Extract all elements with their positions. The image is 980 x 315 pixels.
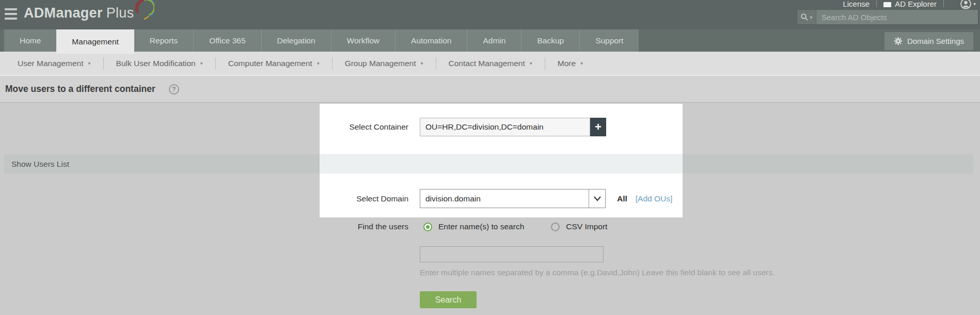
chevron-down-icon: [589, 190, 605, 208]
radio-csv-import[interactable]: [551, 223, 560, 231]
tab-automation[interactable]: Automation: [395, 29, 467, 52]
domain-settings-button[interactable]: Domain Settings: [884, 32, 973, 50]
help-icon[interactable]: ?: [169, 84, 179, 94]
logo-swoosh-icon: [132, 0, 154, 21]
ad-objects-search: ▾: [797, 9, 978, 25]
chevron-down-icon: ▾: [810, 14, 812, 20]
divider: [876, 0, 877, 7]
tab-delegation[interactable]: Delegation: [261, 29, 331, 52]
window-icon: [883, 2, 891, 7]
select-domain-label: Select Domain: [320, 194, 408, 203]
chevron-down-icon: ▾: [580, 60, 583, 66]
tab-admin[interactable]: Admin: [467, 29, 521, 52]
plus-icon: +: [595, 120, 602, 134]
domain-select-value: division.domain: [420, 190, 589, 208]
tab-office-365[interactable]: Office 365: [193, 29, 261, 52]
page-title: Move users to a different container: [5, 84, 155, 94]
subnav-contact-management[interactable]: Contact Management▾: [436, 59, 545, 68]
chevron-down-icon: ▾: [200, 60, 203, 66]
tab-management[interactable]: Management: [56, 29, 134, 54]
domain-settings-label: Domain Settings: [907, 37, 964, 45]
chevron-down-icon: ▾: [973, 1, 976, 7]
main-nav: Home Management Reports Office 365 Deleg…: [0, 29, 980, 52]
logo-text-main: ADManager: [24, 5, 103, 21]
page-title-bar: Move users to a different container ?: [0, 75, 980, 103]
subnav-bulk-user-modification[interactable]: Bulk User Modification▾: [104, 59, 215, 68]
container-input[interactable]: [420, 118, 590, 136]
all-ous-link[interactable]: All: [617, 194, 627, 203]
divider: [943, 0, 944, 7]
chevron-down-icon: ▾: [317, 60, 320, 66]
select-container-label: Select Container: [320, 122, 408, 132]
subnav-computer-management[interactable]: Computer Management▾: [216, 59, 332, 68]
names-helper-text: Enter multiple names separated by a comm…: [420, 268, 936, 277]
chevron-down-icon: ▾: [530, 60, 532, 66]
tab-workflow[interactable]: Workflow: [331, 29, 395, 52]
hamburger-menu-icon[interactable]: [5, 8, 18, 20]
tab-home[interactable]: Home: [4, 29, 56, 52]
header-links: License AD Explorer: [843, 0, 944, 8]
subnav-user-management[interactable]: User Management▾: [5, 59, 103, 68]
user-account-menu[interactable]: ▾: [960, 0, 976, 9]
select-container-row: Select Container +: [320, 118, 606, 136]
license-link[interactable]: License: [843, 0, 870, 8]
ad-explorer-link[interactable]: AD Explorer: [883, 0, 937, 8]
select-domain-row: Select Domain division.domain All [Add O…: [320, 189, 672, 208]
radio-enter-names[interactable]: [423, 223, 432, 231]
radio-csv-import-label[interactable]: CSV Import: [566, 222, 607, 231]
search-scope-button[interactable]: ▾: [797, 10, 816, 24]
search-button[interactable]: Search: [420, 291, 477, 308]
names-search-input[interactable]: [420, 246, 604, 262]
search-input[interactable]: [816, 10, 978, 24]
user-icon: [960, 0, 971, 9]
app-header: ADManager Plus License AD Explorer ▾ ▾: [0, 0, 980, 29]
find-users-label: Find the users: [320, 222, 408, 231]
highlight-band: [320, 154, 683, 174]
search-icon: [800, 13, 809, 21]
app-logo: ADManager Plus: [24, 5, 154, 21]
gear-icon: [894, 37, 903, 45]
logo-text-plus: Plus: [106, 5, 134, 21]
subnav-group-management[interactable]: Group Management▾: [333, 59, 436, 68]
chevron-down-icon: ▾: [88, 60, 91, 66]
tab-support[interactable]: Support: [579, 29, 639, 52]
content-area: Show Users List Select Container + Selec…: [0, 103, 980, 315]
management-subnav: User Management▾ Bulk User Modification▾…: [0, 52, 980, 75]
domain-select[interactable]: division.domain: [420, 189, 606, 208]
tab-backup[interactable]: Backup: [521, 29, 579, 52]
show-users-list-label: Show Users List: [11, 160, 69, 169]
chevron-down-icon: ▾: [421, 60, 423, 66]
radio-enter-names-label[interactable]: Enter name(s) to search: [438, 222, 524, 231]
subnav-more[interactable]: More▾: [545, 59, 595, 68]
find-users-row: Find the users Enter name(s) to search C…: [320, 222, 607, 231]
highlight-panel: Select Container + Select Domain divisio…: [320, 104, 683, 217]
add-ous-link[interactable]: [Add OUs]: [636, 194, 673, 203]
tab-reports[interactable]: Reports: [134, 29, 193, 52]
add-container-button[interactable]: +: [590, 118, 606, 136]
